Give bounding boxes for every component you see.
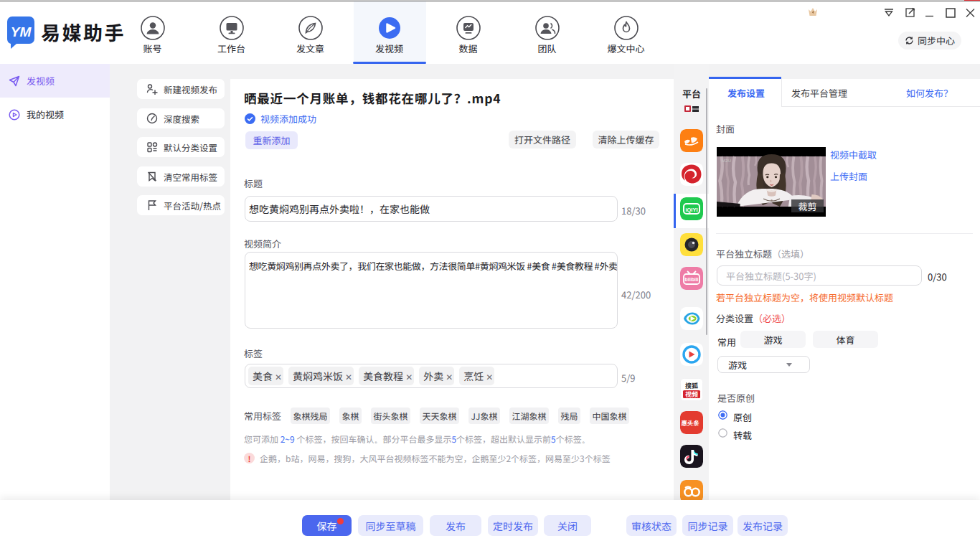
svg-text:iQIYI: iQIYI [685, 207, 697, 213]
svg-text:M2U: M2U [722, 158, 732, 163]
svg-text:搜狐: 搜狐 [685, 381, 698, 390]
svg-text:bilibili: bilibili [685, 277, 699, 282]
svg-text:YM: YM [11, 24, 32, 39]
svg-text:视频: 视频 [685, 390, 698, 399]
svg-text:惠头条: 惠头条 [681, 419, 700, 428]
